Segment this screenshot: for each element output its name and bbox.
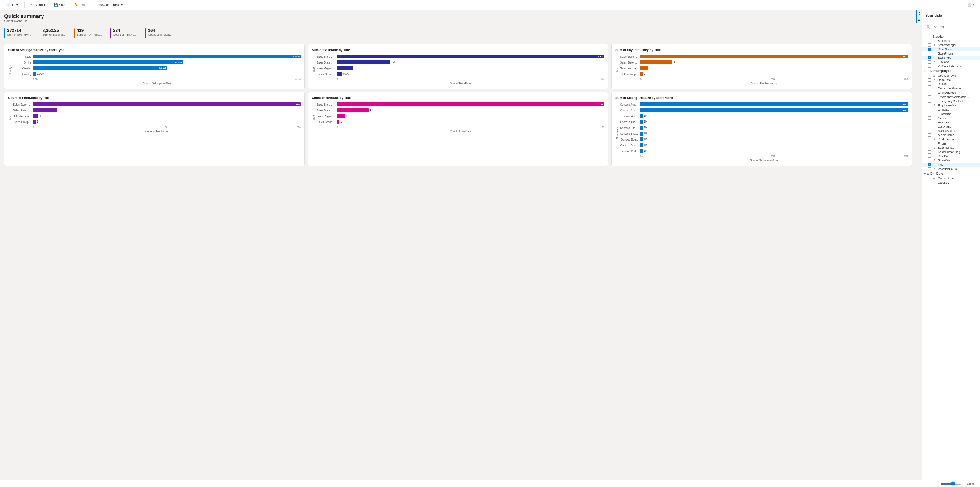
bar-label: Sales Group ...: [13, 121, 32, 124]
checkbox-hiredate[interactable]: [928, 121, 931, 124]
checkbox-datekey[interactable]: [928, 181, 931, 184]
item-label: StoreKey: [938, 159, 950, 162]
zoom-in-button[interactable]: +: [963, 481, 965, 486]
sidebar-item-payfrequency[interactable]: ΣPayFrequency: [922, 137, 980, 141]
search-input[interactable]: [932, 24, 975, 30]
checkbox-storetax[interactable]: [928, 35, 931, 38]
item-label: StartDate: [938, 155, 950, 158]
sidebar-item-datekey[interactable]: -DateKey: [922, 180, 980, 185]
export-button[interactable]: ↑ Export ▾: [29, 2, 48, 8]
sidebar-item-title[interactable]: -Title: [922, 163, 980, 167]
sidebar-item-emergencycontactna...[interactable]: -EmergencyContactNa...: [922, 95, 980, 99]
sidebar-item-zipcodeextension[interactable]: -ZipCodeExtension: [922, 64, 980, 68]
chevron-down-icon: ▾: [16, 3, 18, 7]
x-axis: 0.0M0.1M: [13, 78, 301, 80]
checkbox-storetype[interactable]: [928, 56, 931, 59]
bar-value: 1: [37, 120, 38, 123]
checkbox-baserate[interactable]: [928, 78, 931, 81]
sidebar-item-vacationhours[interactable]: ΣVacationHours: [922, 167, 980, 171]
show-data-table-button[interactable]: ⊞ Show data table ▾: [92, 2, 125, 8]
charts-grid: Sum of SellingAreaSize by StoreTypeStore…: [4, 44, 912, 166]
checkbox-emailaddress[interactable]: [928, 91, 931, 94]
bar-row: Sales Group ...2: [620, 72, 908, 76]
no-icon: -: [933, 117, 936, 120]
checkbox-countofrows[interactable]: [928, 74, 931, 77]
checkbox-storemanager[interactable]: [928, 43, 931, 46]
sidebar-item-salespersonflag[interactable]: -SalesPersonFlag: [922, 150, 980, 154]
sidebar-item-storekey[interactable]: ΣStoreKey: [922, 158, 980, 163]
sidebar-item-countofrows[interactable]: ⊞Count of rows: [922, 176, 980, 180]
checkbox-enddate[interactable]: [928, 108, 931, 111]
checkbox-startdate[interactable]: [928, 155, 931, 158]
zoom-out-button[interactable]: −: [937, 481, 939, 486]
checkbox-phone[interactable]: [928, 142, 931, 145]
chart-title: Sum of PayFrequency by Title: [615, 48, 908, 52]
checkbox-departmentname[interactable]: [928, 87, 931, 90]
sidebar-item-enddate[interactable]: -EndDate: [922, 107, 980, 112]
checkbox-payfrequency[interactable]: [928, 137, 931, 141]
window-controls[interactable]: ⬜ ✕: [965, 2, 977, 8]
zoom-slider[interactable]: [940, 481, 961, 486]
checkbox-zipcode[interactable]: [928, 60, 931, 64]
sidebar-item-countofrows[interactable]: ⊞Count of rows: [922, 73, 980, 78]
checkbox-employeekey[interactable]: [928, 104, 931, 107]
checkbox-vacationhours[interactable]: [928, 167, 931, 171]
checkbox-storename[interactable]: [928, 48, 931, 51]
sidebar-item-emergencycontactph...[interactable]: -EmergencyContactPh...: [922, 99, 980, 103]
sidebar-item-zipcode[interactable]: ΣZipCode: [922, 60, 980, 64]
checkbox-maritalstatus[interactable]: [928, 129, 931, 133]
sidebar-item-baserate[interactable]: ΣBaseRate: [922, 78, 980, 82]
checkbox-salespersonflag[interactable]: [928, 150, 931, 153]
checkbox-middlename[interactable]: [928, 133, 931, 137]
sidebar-item-firstname[interactable]: -FirstName: [922, 112, 980, 116]
edit-button[interactable]: ✏️ Edit: [72, 2, 87, 8]
sidebar-item-startdate[interactable]: -StartDate: [922, 154, 980, 158]
bar-fill: [337, 72, 342, 76]
chart-card: Sum of PayFrequency by TitleTitleSales S…: [611, 44, 912, 89]
checkbox-emergencycontactph...[interactable]: [928, 99, 931, 103]
sidebar-item-gender[interactable]: -Gender: [922, 116, 980, 120]
sidebar-item-storephone[interactable]: -StorePhone: [922, 51, 980, 56]
sidebar-item-storename[interactable]: -StoreName: [922, 47, 980, 51]
collapse-sidebar-button[interactable]: ‹: [974, 13, 977, 18]
sidebar-item-maritalstatus[interactable]: -MaritalStatus: [922, 129, 980, 133]
checkbox-gender[interactable]: [928, 117, 931, 120]
sidebar-item-storetype[interactable]: -StoreType: [922, 56, 980, 60]
bar-label: Sales State Ma...: [13, 109, 32, 112]
sidebar-item-storetax[interactable]: StoreTax: [922, 34, 980, 38]
sidebar-item-lastname[interactable]: -LastName: [922, 125, 980, 129]
checkbox-storekey[interactable]: [928, 39, 931, 42]
checkbox-countofrows[interactable]: [928, 177, 931, 180]
sidebar-section-header-DimEmployee[interactable]: ▾ ⊞ DimEmployee: [922, 68, 980, 73]
sidebar-item-salariedflag[interactable]: ΣSalariedFlag: [922, 145, 980, 150]
bar-container: 94K: [640, 102, 908, 107]
checkbox-storephone[interactable]: [928, 52, 931, 55]
bar-label: Sales Region ...: [317, 115, 335, 118]
sidebar-item-employeekey[interactable]: ΣEmployeeKey: [922, 103, 980, 107]
checkbox-salariedflag[interactable]: [928, 146, 931, 149]
item-label: ZipCodeExtension: [938, 65, 962, 68]
save-button[interactable]: 💾 Save: [52, 2, 68, 8]
sidebar-item-storekey[interactable]: ΣStoreKey: [922, 38, 980, 43]
item-label: EmployeeKey: [938, 104, 956, 107]
sidebar-section-header-DimDate[interactable]: ▾ ⊞ DimDate: [922, 171, 980, 176]
sidebar-item-phone[interactable]: -Phone: [922, 141, 980, 145]
x-axis-tick: 200: [770, 78, 775, 80]
filters-tab[interactable]: Filters: [916, 10, 922, 23]
sidebar-item-emailaddress[interactable]: -EmailAddress: [922, 91, 980, 95]
checkbox-birthdate[interactable]: [928, 83, 931, 86]
sigma-icon: Σ: [933, 78, 936, 81]
sidebar-item-birthdate[interactable]: -BirthDate: [922, 82, 980, 86]
sidebar-item-hiredate[interactable]: -HireDate: [922, 120, 980, 125]
checkbox-firstname[interactable]: [928, 112, 931, 115]
checkbox-title[interactable]: [928, 163, 931, 166]
sidebar-list: StoreTaxΣStoreKeyΣStoreManager-StoreName…: [922, 34, 980, 480]
sidebar-item-storemanager[interactable]: ΣStoreManager: [922, 43, 980, 47]
checkbox-storekey[interactable]: [928, 159, 931, 162]
file-button[interactable]: 📄 File ▾: [3, 2, 20, 8]
checkbox-lastname[interactable]: [928, 125, 931, 128]
sidebar-item-departmentname[interactable]: -DepartmentName: [922, 86, 980, 91]
checkbox-emergencycontactna...[interactable]: [928, 95, 931, 99]
checkbox-zipcodeextension[interactable]: [928, 65, 931, 68]
sidebar-item-middlename[interactable]: -MiddleName: [922, 133, 980, 137]
